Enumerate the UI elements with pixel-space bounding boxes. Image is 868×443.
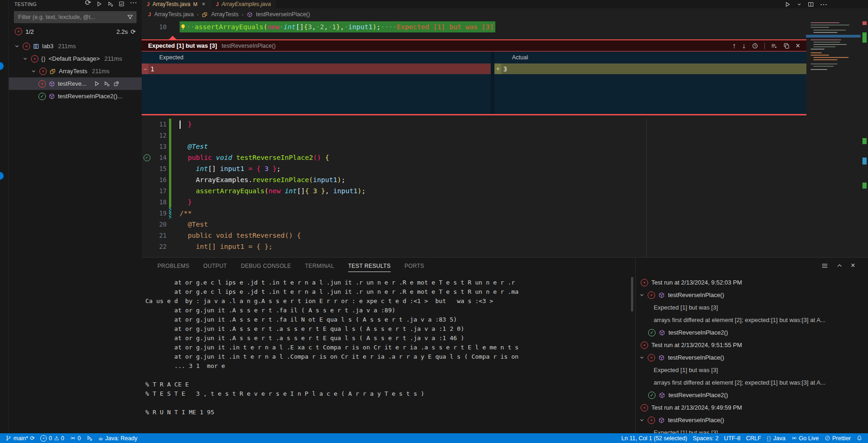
bell-icon xyxy=(856,435,862,441)
history-test-item[interactable]: ✓testReverseInPlace2() xyxy=(637,326,868,339)
code-line-13: 13 @Test xyxy=(142,141,806,152)
debug-item[interactable] xyxy=(84,433,95,443)
chevron-down-icon[interactable] xyxy=(13,44,20,49)
debug-test-icon[interactable] xyxy=(104,81,110,87)
next-error-icon[interactable]: ↓ xyxy=(742,42,746,50)
actual-header: Actual xyxy=(512,54,528,61)
java-status-item[interactable]: ☕ Java: Ready xyxy=(95,433,140,443)
split-editor-icon[interactable] xyxy=(808,1,814,7)
history-test-run[interactable]: ×Test run at 2/13/2024, 9:49:59 PM xyxy=(637,401,868,414)
history-test-run[interactable]: ×Test run at 2/13/2024, 9:52:03 PM xyxy=(637,276,868,289)
line-number: 15 xyxy=(152,163,167,174)
trace-scrollbar[interactable] xyxy=(631,277,633,311)
code-editor[interactable]: 11 }1213 @Test✓14 public void testRevers… xyxy=(142,119,806,252)
history-message[interactable]: arrays first differed at element [2]; ex… xyxy=(637,376,868,389)
overview-mark xyxy=(862,32,867,43)
code-token: } xyxy=(187,120,192,128)
history-message[interactable]: Expected [1] but was [3] xyxy=(637,301,868,314)
test-tree: ×lab3211ms×{}<Default Package>211ms×Arra… xyxy=(9,40,142,102)
notifications-item[interactable] xyxy=(854,433,865,443)
tree-item-duration: 211ms xyxy=(58,43,76,50)
git-branch-item[interactable]: main* ⟳ xyxy=(3,433,37,443)
chevron-down-icon[interactable] xyxy=(639,418,644,423)
chevron-down-icon[interactable] xyxy=(639,355,644,360)
eol-item[interactable]: CRLF xyxy=(743,433,764,443)
history-icon[interactable] xyxy=(752,43,758,49)
go-live-item[interactable]: Go Live xyxy=(788,433,822,443)
breadcrumb-class[interactable]: ArrayTests xyxy=(211,11,238,18)
tree-item-duration: 211ms xyxy=(105,55,122,62)
history-test-item[interactable]: ✓testReverseInPlace2() xyxy=(637,389,868,401)
run-all-tests-icon[interactable] xyxy=(96,1,102,7)
copy-icon[interactable] xyxy=(783,43,790,49)
show-output-icon[interactable] xyxy=(119,1,125,7)
activity-bar[interactable] xyxy=(0,0,9,433)
more-editor-actions-icon[interactable]: ⋯ xyxy=(820,0,827,9)
tree-item--default-package-[interactable]: ×{}<Default Package>211ms xyxy=(9,52,142,65)
panel-tab-ports[interactable]: PORTS xyxy=(405,258,425,274)
panel-tab-debug-console[interactable]: DEBUG CONSOLE xyxy=(241,258,291,274)
expected-diff-row: − 1 xyxy=(142,63,491,74)
close-tab-icon[interactable]: × xyxy=(202,1,205,7)
tree-item-arraytests[interactable]: ×ArrayTests211ms xyxy=(9,65,142,77)
breadcrumb[interactable]: J ArrayTests.java › ArrayTests › testRev… xyxy=(142,8,868,20)
run-test-icon[interactable] xyxy=(94,81,100,87)
clear-output-icon[interactable] xyxy=(771,43,777,49)
panel-tab-output[interactable]: OUTPUT xyxy=(203,258,227,274)
history-message[interactable]: Expected [1] but was [3] xyxy=(637,364,868,376)
peek-context: testReverseInPlace() xyxy=(222,43,276,49)
filter-icon[interactable] xyxy=(127,14,133,20)
test-filter-input[interactable] xyxy=(17,13,127,21)
bottom-panel: PROBLEMSOUTPUTDEBUG CONSOLETERMINALTEST … xyxy=(142,257,868,434)
encoding-item[interactable]: UTF-8 xyxy=(721,433,743,443)
refresh-tests-icon[interactable]: ⟳ xyxy=(85,0,91,7)
panel-tab-test-results[interactable]: TEST RESULTS xyxy=(348,258,391,274)
code-token: ; xyxy=(376,21,381,32)
history-message[interactable]: arrays first differed at element [2]; ex… xyxy=(637,314,868,326)
previous-error-icon[interactable]: ↑ xyxy=(732,42,736,50)
problems-item[interactable]: × 0 ⚠ 0 xyxy=(37,433,67,443)
close-peek-icon[interactable]: × xyxy=(796,42,800,50)
breadcrumb-file[interactable]: ArrayTests.java xyxy=(154,11,194,18)
run-dropdown-chevron-icon[interactable] xyxy=(797,2,802,7)
goto-test-icon[interactable] xyxy=(113,81,119,87)
indentation-item[interactable]: Spaces: 2 xyxy=(690,433,722,443)
tab-arraytests[interactable]: J ArrayTests.java M × xyxy=(142,0,210,8)
language-mode-item[interactable]: {}Java xyxy=(764,433,788,443)
run-java-icon[interactable] xyxy=(785,1,791,7)
maximize-panel-icon[interactable] xyxy=(837,261,843,270)
test-passed-icon: ✓ xyxy=(144,154,150,161)
chevron-down-icon[interactable] xyxy=(22,56,28,61)
close-panel-icon[interactable]: × xyxy=(851,261,855,270)
debug-icon xyxy=(87,435,93,441)
tab-arrayexamples[interactable]: J ArrayExamples.java xyxy=(210,0,276,8)
code-token: @Test xyxy=(187,143,208,150)
panel-tab-problems[interactable]: PROBLEMS xyxy=(157,258,189,274)
debug-all-tests-icon[interactable] xyxy=(107,1,113,7)
history-test-run[interactable]: ×Test run at 2/13/2024, 9:51:55 PM xyxy=(637,339,868,351)
chevron-down-icon[interactable] xyxy=(639,292,644,297)
panel-tab-terminal[interactable]: TERMINAL xyxy=(305,258,334,274)
sidebar-title: TESTING xyxy=(14,1,37,7)
history-test-item[interactable]: ×testReverseInPlace() xyxy=(637,351,868,364)
tree-item-lab3[interactable]: ×lab3211ms xyxy=(9,40,142,52)
prettier-item[interactable]: Prettier xyxy=(822,433,854,443)
breadcrumb-method[interactable]: testReverseInPlace() xyxy=(256,11,310,18)
cursor-position-item[interactable]: Ln 11, Col 1 (52 selected) xyxy=(618,433,690,443)
diff-splitter[interactable] xyxy=(491,51,494,114)
minimap[interactable] xyxy=(806,20,861,159)
history-test-item[interactable]: ×testReverseInPlace() xyxy=(637,289,868,301)
more-actions-icon[interactable]: ⋯ xyxy=(130,0,137,7)
overview-ruler[interactable] xyxy=(862,0,867,257)
tree-item-testreve-[interactable]: ×testReve... xyxy=(9,77,142,90)
ports-item[interactable]: 0 xyxy=(67,433,84,443)
rerun-icon[interactable]: ⟳ xyxy=(131,28,136,35)
panel-menu-icon[interactable] xyxy=(821,261,828,270)
line-number: 12 xyxy=(152,130,167,141)
test-filter-box[interactable] xyxy=(14,11,137,23)
history-test-item[interactable]: ×testReverseInPlace() xyxy=(637,414,868,426)
tree-item-testreverseinplace2-[interactable]: ✓testReverseInPlace2()... xyxy=(9,90,142,102)
chevron-down-icon[interactable] xyxy=(30,69,37,74)
lightbulb-icon[interactable] xyxy=(180,24,187,31)
history-message[interactable]: Expected [1] but was [3] xyxy=(637,426,868,434)
